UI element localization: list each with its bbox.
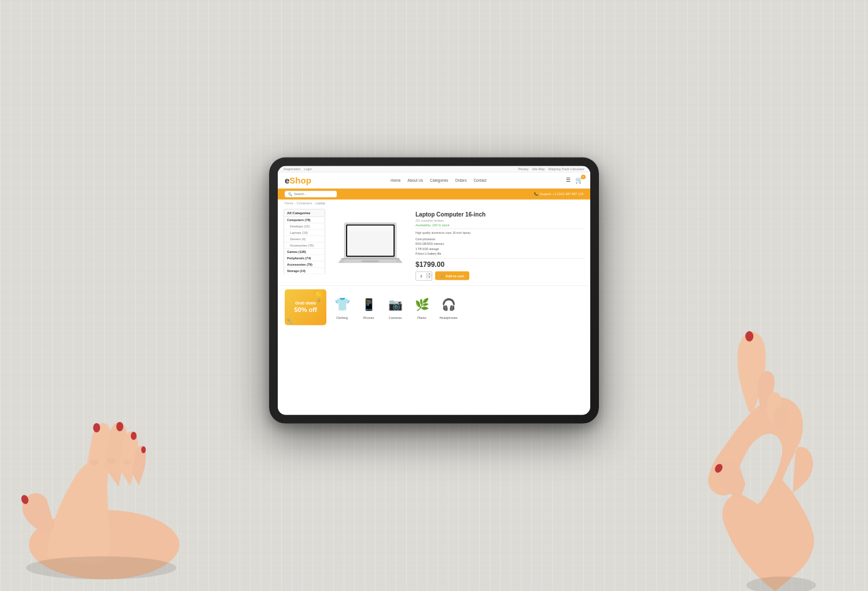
header-icons: ☰ 🛒 0 — [566, 176, 583, 183]
top-bar-right: Privacy Site Map Shipping Track Calculat… — [518, 167, 584, 170]
logo[interactable]: eShop — [285, 175, 311, 185]
main-content: All Categories Computers (78) Desktops (… — [278, 206, 590, 285]
deals-decoration-icon: 💡 — [313, 291, 325, 302]
category-clothing[interactable]: 👕 Clothing — [332, 295, 352, 320]
quantity-arrows: ▲ ▼ — [426, 273, 432, 279]
support-text: Support: +1 (312) 987 987 123 — [540, 192, 583, 196]
svg-point-5 — [116, 422, 123, 431]
category-cameras[interactable]: 📷 Cameras — [385, 295, 405, 320]
plants-icon-wrapper: 🌿 — [412, 295, 432, 314]
product-image-area — [330, 208, 411, 282]
divider2 — [415, 258, 584, 258]
headphones-icon: 🎧 — [442, 298, 456, 311]
header: eShop Home About Us Categories Orders Co… — [278, 172, 590, 188]
cart-button-label: Add to cart — [446, 274, 464, 277]
deals-tools-icon: 🔧 — [286, 318, 293, 324]
headphones-icon-wrapper: 🎧 — [439, 295, 458, 314]
tablet-screen: Registration Login Privacy Site Map Ship… — [278, 166, 590, 414]
headphones-label: Headphones — [439, 316, 457, 320]
sidebar-cat-computers[interactable]: Computers (78) — [284, 216, 325, 223]
availability-text: Availability: 220 In stock — [415, 223, 584, 226]
svg-point-9 — [26, 556, 176, 579]
svg-rect-18 — [362, 260, 379, 262]
product-details: Laptop Computer 16-inch 221 customer rev… — [415, 208, 584, 282]
sidebar-cat-accessories2[interactable]: Accessories (79) — [284, 261, 325, 267]
quantity-input[interactable]: 1 — [416, 271, 426, 280]
deals-grab-text: Grab deals — [295, 301, 316, 306]
svg-point-1 — [90, 460, 99, 465]
svg-point-7 — [141, 446, 146, 453]
phones-icon: 📱 — [362, 298, 376, 311]
sidebar-cat-accessories1[interactable]: Accessories (78) — [284, 242, 325, 248]
breadcrumb-home[interactable]: Home — [285, 201, 293, 204]
spec-memory: 8/16 GB/SSD memory — [415, 241, 584, 247]
breadcrumb-computers[interactable]: Computers — [297, 201, 312, 204]
spec-battery: 8-hour Li battery life — [415, 251, 584, 256]
nav-menu: Home About Us Categories Orders Contact — [391, 178, 487, 182]
search-bar: 🔍 📞 Support: +1 (312) 987 987 123 — [278, 188, 590, 199]
bottom-section: Grab deals 50% off 💡 🔧 👕 Clothing — [278, 285, 590, 328]
nav-about[interactable]: About Us — [407, 178, 423, 182]
sidebar-cat-laptops[interactable]: Laptops (19) — [284, 229, 325, 236]
left-hand — [0, 313, 220, 591]
sidebar-cat-storage[interactable]: Storage (14) — [284, 267, 325, 274]
login-link[interactable]: Login — [304, 167, 311, 170]
cameras-icon-wrapper: 📷 — [385, 295, 405, 314]
registration-link[interactable]: Registration — [284, 167, 300, 170]
qty-down-button[interactable]: ▼ — [427, 276, 432, 279]
product-specs: Core processor 8/16 GB/SSD memory 1 TB S… — [415, 236, 584, 256]
category-headphones[interactable]: 🎧 Headphones — [439, 295, 458, 320]
svg-point-4 — [93, 423, 100, 432]
deals-banner[interactable]: Grab deals 50% off 💡 🔧 — [285, 289, 326, 325]
site-wrapper: Registration Login Privacy Site Map Ship… — [278, 166, 590, 414]
right-hand — [573, 244, 839, 591]
plants-label: Plants — [417, 316, 426, 320]
clothing-icon: 👕 — [334, 297, 350, 312]
search-input-wrapper[interactable]: 🔍 — [285, 190, 337, 197]
sitemap-link[interactable]: Site Map — [532, 167, 545, 170]
nav-orders[interactable]: Orders — [455, 178, 467, 182]
sidebar-cat-peripherals[interactable]: Peripherals (74) — [284, 255, 325, 261]
add-to-cart-button[interactable]: 🛒 Add to cart — [435, 271, 469, 280]
category-phones[interactable]: 📱 Phones — [359, 295, 378, 320]
search-input[interactable] — [294, 192, 332, 196]
hamburger-icon[interactable]: ☰ — [566, 177, 571, 183]
breadcrumb: Home › Computers › Laptop — [278, 199, 590, 206]
add-to-cart-row: 1 ▲ ▼ 🛒 Add to cart — [415, 271, 584, 280]
divider1 — [415, 228, 584, 229]
cart-button-icon: 🛒 — [440, 274, 444, 278]
cameras-icon: 📷 — [388, 298, 403, 311]
privacy-link[interactable]: Privacy — [518, 167, 529, 170]
svg-rect-19 — [341, 258, 399, 259]
deals-percent-text: 50% off — [294, 306, 317, 313]
sidebar-all-categories: All Categories — [284, 208, 325, 216]
svg-rect-16 — [347, 225, 393, 231]
plants-icon: 🌿 — [415, 298, 429, 311]
quantity-wrapper: 1 ▲ ▼ — [415, 271, 432, 280]
shipping-link[interactable]: Shipping Track Calculator — [548, 167, 584, 170]
cart-icon-wrapper[interactable]: 🛒 0 — [575, 176, 583, 183]
nav-categories[interactable]: Categories — [430, 178, 448, 182]
sidebar-cat-desktops[interactable]: Desktops (15) — [284, 223, 325, 229]
laptop-image — [336, 219, 405, 271]
svg-point-3 — [123, 460, 131, 465]
top-bar-left: Registration Login — [284, 167, 312, 170]
product-price: $1799.00 — [415, 260, 584, 268]
nav-contact[interactable]: Contact — [473, 178, 486, 182]
product-reviews[interactable]: 221 customer reviews — [415, 218, 584, 222]
top-bar: Registration Login Privacy Site Map Ship… — [278, 166, 590, 172]
breadcrumb-sep1: › — [295, 201, 296, 204]
nav-home[interactable]: Home — [391, 178, 400, 182]
tablet-container: Registration Login Privacy Site Map Ship… — [269, 157, 599, 423]
category-plants[interactable]: 🌿 Plants — [412, 295, 432, 320]
search-icon: 🔍 — [288, 192, 292, 196]
sidebar-cat-games[interactable]: Games (128) — [284, 248, 325, 255]
clothing-icon-wrapper: 👕 — [332, 295, 352, 314]
sidebar-cat-servers[interactable]: Servers (4) — [284, 236, 325, 242]
svg-point-2 — [106, 458, 116, 464]
cameras-label: Cameras — [389, 316, 402, 320]
cart-badge: 0 — [581, 174, 586, 179]
spec-processor: Core processor — [415, 236, 584, 241]
sidebar: All Categories Computers (78) Desktops (… — [284, 208, 325, 282]
product-title: Laptop Computer 16-inch — [415, 211, 584, 217]
